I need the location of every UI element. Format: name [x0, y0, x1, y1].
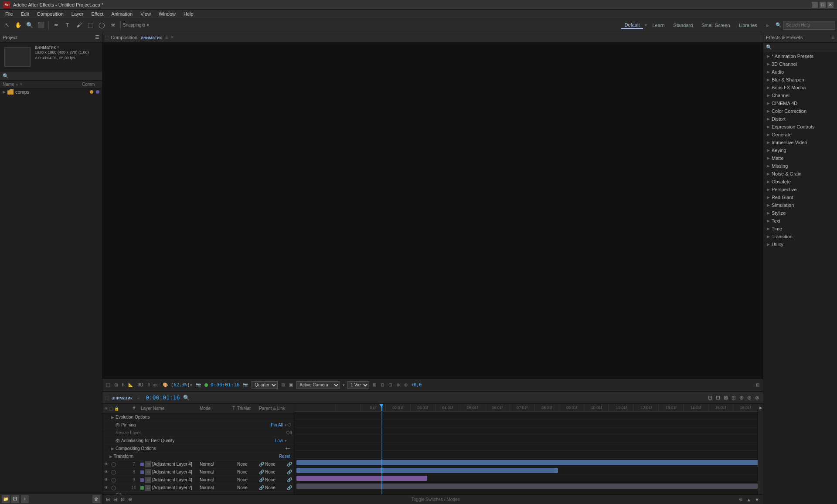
menu-window[interactable]: Window — [155, 10, 179, 17]
workspace-libraries[interactable]: Libraries — [735, 22, 761, 29]
effect-animation-presets[interactable]: ▶ * Animation Presets — [763, 52, 837, 60]
tf-btn-7[interactable]: ▼ — [754, 497, 760, 502]
workspace-default[interactable]: Default — [621, 21, 643, 29]
layer7-solo[interactable]: ◯ — [111, 462, 116, 467]
tool-pen[interactable]: ✒ — [51, 20, 61, 30]
tf-btn-5[interactable]: ⊛ — [738, 497, 744, 502]
antialias-dropdown[interactable]: ▾ — [285, 439, 287, 443]
effect-channel[interactable]: ▶ Channel — [763, 91, 837, 99]
effect-time[interactable]: ▶ Time — [763, 225, 837, 233]
effect-missing[interactable]: ▶ Missing — [763, 162, 837, 170]
comp-color-btn[interactable]: 🎨 — [162, 382, 169, 387]
effect-cinema4d[interactable]: ▶ CINEMA 4D — [763, 99, 837, 107]
layer8-parent-select[interactable]: None — [265, 470, 286, 474]
maximize-button[interactable]: □ — [820, 2, 826, 8]
comp-camera-btn[interactable]: 📷 — [242, 382, 249, 387]
snapping-toggle[interactable]: Snapping ⧉ ✦ — [123, 23, 150, 28]
comp-info-btn[interactable]: ℹ — [121, 382, 125, 387]
effect-noise-grain[interactable]: ▶ Noise & Grain — [763, 170, 837, 178]
tool-brush[interactable]: 🖌 — [74, 20, 84, 30]
pinning-stopwatch[interactable]: ⏱ — [116, 423, 120, 427]
tf-btn-4[interactable]: ⊕ — [127, 497, 133, 502]
comp-snapshot-btn[interactable]: 📷 — [195, 382, 202, 387]
comp-panel-close[interactable]: ✕ — [170, 35, 174, 40]
menu-composition[interactable]: Composition — [34, 10, 67, 17]
menu-edit[interactable]: Edit — [17, 10, 33, 17]
tool-stamp[interactable]: ⬚ — [85, 20, 95, 30]
workspace-learn[interactable]: Learn — [649, 22, 668, 29]
effect-transition[interactable]: ▶ Transition — [763, 233, 837, 240]
view-arrow[interactable]: ▾ — [343, 383, 345, 387]
menu-animation[interactable]: Animation — [108, 10, 136, 17]
comp-view-count-select[interactable]: 1 View — [347, 381, 369, 389]
effects-search-input[interactable] — [773, 45, 834, 50]
comp-field-btn[interactable]: ▣ — [288, 382, 294, 387]
layer8-solo[interactable]: ◯ — [111, 470, 116, 474]
minimize-button[interactable]: ─ — [812, 2, 818, 8]
effect-matte[interactable]: ▶ Matte — [763, 154, 837, 162]
tool-text[interactable]: T — [62, 20, 73, 30]
new-folder-button[interactable]: 📁 — [2, 495, 10, 503]
layer9-mode-select[interactable]: Normal — [200, 477, 229, 482]
comp-opts-arrow[interactable]: ▶ — [111, 446, 114, 451]
effect-keying[interactable]: ▶ Keying — [763, 146, 837, 154]
effect-utility[interactable]: ▶ Utility — [763, 240, 837, 248]
tf-btn-1[interactable]: ⊞ — [105, 497, 111, 502]
effect-color-correction[interactable]: ▶ Color Correction — [763, 107, 837, 115]
effect-audio[interactable]: ▶ Audio — [763, 68, 837, 76]
zoom-arrow[interactable]: ▾ — [190, 383, 192, 387]
comp-dropdown-arrow[interactable]: ▾ — [57, 45, 59, 49]
layer9-trkmat-select[interactable]: None — [237, 477, 258, 482]
comp-right-btn[interactable]: ⊞ — [755, 382, 760, 387]
comp-panel-menu-btn[interactable]: ≡ — [165, 35, 168, 40]
toggle-switches-label[interactable]: Toggle Switches / Modes — [135, 497, 736, 502]
tf-btn-6[interactable]: ▲ — [745, 497, 752, 502]
timeline-ctrl-5[interactable]: ⊕ — [738, 395, 745, 401]
layer8-trkmat-select[interactable]: None — [237, 470, 258, 474]
comp-toggle-1[interactable]: ⊞ — [372, 382, 377, 387]
comp-toggle-4[interactable]: ⊛ — [395, 382, 401, 387]
layer7-eye[interactable]: 👁 — [104, 462, 109, 467]
effect-boris[interactable]: ▶ Boris FX Mocha — [763, 84, 837, 91]
layer7-trkmat-select[interactable]: None — [237, 462, 258, 467]
comp-toggle-3[interactable]: ⊡ — [388, 382, 393, 387]
delete-item-button[interactable]: 🗑 — [92, 495, 100, 503]
tf-btn-3[interactable]: ⊠ — [120, 497, 126, 502]
menu-view[interactable]: View — [137, 10, 154, 17]
comp-toggle-2[interactable]: ⊟ — [380, 382, 385, 387]
timeline-ctrl-4[interactable]: ⊞ — [731, 395, 737, 401]
menu-file[interactable]: File — [2, 10, 17, 17]
workspace-more[interactable]: » — [762, 22, 772, 29]
menu-help[interactable]: Help — [180, 10, 197, 17]
comp-expand-btn[interactable]: ⊞ — [755, 382, 760, 387]
comp-render-btn[interactable]: ⊞ — [280, 382, 286, 387]
new-comp-button[interactable]: 🎞 — [11, 495, 19, 503]
antialias-stopwatch[interactable]: ⏱ — [116, 439, 120, 443]
window-controls[interactable]: ─ □ ✕ — [812, 2, 834, 8]
project-panel-menu[interactable]: ☰ — [95, 34, 99, 40]
comp-ruler-btn[interactable]: 📐 — [127, 382, 134, 387]
transform1-arrow[interactable]: ▶ — [109, 454, 112, 459]
timeline-ctrl-2[interactable]: ⊡ — [715, 395, 721, 401]
comp-grid-btn[interactable]: ⊞ — [113, 382, 119, 387]
timeline-menu-btn[interactable]: ≡ — [137, 395, 140, 400]
timeline-ctrl-1[interactable]: ⊟ — [707, 395, 713, 401]
layer8-mode-select[interactable]: Normal — [200, 470, 229, 474]
effect-stylize[interactable]: ▶ Stylize — [763, 209, 837, 217]
effect-3d-channel[interactable]: ▶ 3D Channel — [763, 60, 837, 68]
comp-options-reset[interactable]: +− — [285, 446, 290, 451]
transform1-reset[interactable]: Reset — [279, 454, 290, 459]
timeline-search-btn[interactable]: 🔍 — [182, 395, 191, 401]
timeline-ctrl-3[interactable]: ⊠ — [723, 395, 729, 401]
menu-layer[interactable]: Layer — [68, 10, 87, 17]
effect-immersive[interactable]: ▶ Immersive Video — [763, 139, 837, 146]
search-input[interactable] — [783, 21, 835, 30]
layer9-parent-select[interactable]: None — [265, 477, 286, 482]
comp-toggle-5[interactable]: ⊕ — [403, 382, 408, 387]
effect-perspective[interactable]: ▶ Perspective — [763, 186, 837, 193]
tool-roto[interactable]: ◯ — [96, 20, 107, 30]
effects-panel-menu[interactable]: ≡ — [832, 35, 834, 40]
tf-btn-2[interactable]: ⊟ — [112, 497, 118, 502]
layer8-eye[interactable]: 👁 — [104, 470, 109, 474]
effect-blur-sharpen[interactable]: ▶ Blur & Sharpen — [763, 76, 837, 84]
